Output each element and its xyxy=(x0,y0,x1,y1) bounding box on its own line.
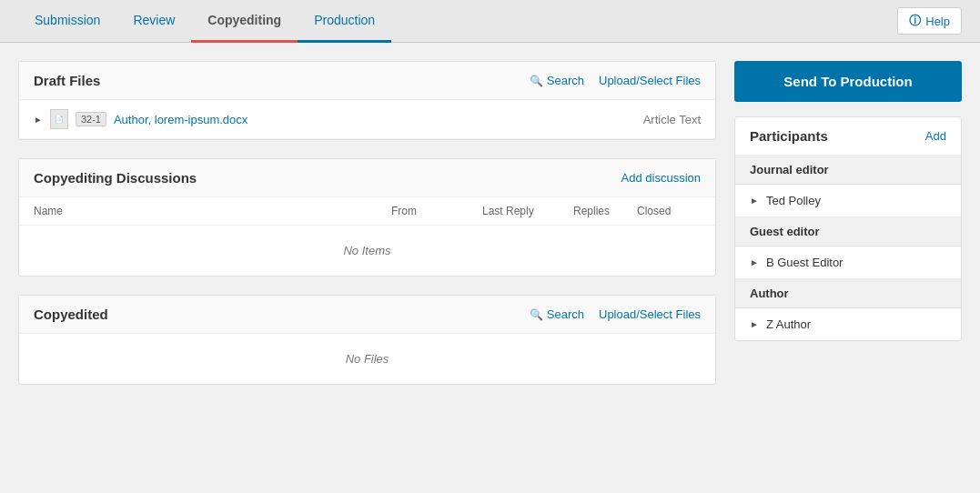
col-name: Name xyxy=(34,205,391,217)
discussions-header: Copyediting Discussions Add discussion xyxy=(19,159,715,197)
copyedited-panel: Copyedited 🔍 Search Upload/Select Files … xyxy=(18,295,716,385)
right-column: Send To Production Participants Add Jour… xyxy=(734,61,962,385)
tab-submission[interactable]: Submission xyxy=(18,0,116,43)
col-from: From xyxy=(391,205,482,217)
draft-files-header: Draft Files 🔍 Search Upload/Select Files xyxy=(19,62,715,100)
draft-files-actions: 🔍 Search Upload/Select Files xyxy=(530,74,701,87)
participants-header: Participants Add xyxy=(735,117,961,156)
copyediting-discussions-panel: Copyediting Discussions Add discussion N… xyxy=(18,158,716,277)
participant-name-2: B Guest Editor xyxy=(766,256,844,269)
draft-files-title: Draft Files xyxy=(34,73,100,88)
draft-file-row: ► 📄 32-1 Author, lorem-ipsum.docx Articl… xyxy=(19,100,715,139)
info-icon: ⓘ xyxy=(909,13,921,29)
copyedited-header: Copyedited 🔍 Search Upload/Select Files xyxy=(19,296,715,334)
draft-files-panel: Draft Files 🔍 Search Upload/Select Files… xyxy=(18,61,716,140)
file-badge: 32-1 xyxy=(76,112,106,126)
top-navigation: Submission Review Copyediting Production… xyxy=(0,0,980,43)
participant-name-1: Ted Polley xyxy=(766,194,821,207)
tab-copyediting[interactable]: Copyediting xyxy=(191,0,298,43)
file-type-label: Article Text xyxy=(643,113,701,126)
tab-review[interactable]: Review xyxy=(116,0,191,43)
main-content: Draft Files 🔍 Search Upload/Select Files… xyxy=(0,43,980,403)
participant-b-guest-editor[interactable]: ► B Guest Editor xyxy=(735,246,961,279)
copyedited-actions: 🔍 Search Upload/Select Files xyxy=(530,307,701,321)
send-to-production-button[interactable]: Send To Production xyxy=(734,61,962,102)
copyedited-search-link[interactable]: 🔍 Search xyxy=(530,307,584,321)
group-author: Author xyxy=(735,279,961,308)
discussions-title: Copyediting Discussions xyxy=(34,170,197,186)
help-button[interactable]: ⓘ Help xyxy=(897,7,962,35)
copyedited-upload-link[interactable]: Upload/Select Files xyxy=(599,307,701,321)
group-journal-editor: Journal editor xyxy=(735,156,961,185)
draft-files-search-link[interactable]: 🔍 Search xyxy=(530,74,584,87)
help-label: Help xyxy=(925,15,950,28)
file-expand-arrow[interactable]: ► xyxy=(34,115,43,125)
discussions-table-header: Name From Last Reply Replies Closed xyxy=(19,197,715,226)
participants-panel: Participants Add Journal editor ► Ted Po… xyxy=(734,116,962,341)
add-discussion-link[interactable]: Add discussion xyxy=(621,171,701,185)
participant-name-3: Z Author xyxy=(766,317,811,331)
col-replies: Replies xyxy=(573,205,637,217)
participant-expand-arrow-1: ► xyxy=(750,196,759,206)
tab-production[interactable]: Production xyxy=(298,0,391,43)
participant-z-author[interactable]: ► Z Author xyxy=(735,308,961,340)
participant-expand-arrow-3: ► xyxy=(750,319,759,329)
left-column: Draft Files 🔍 Search Upload/Select Files… xyxy=(18,61,716,385)
file-name-link[interactable]: Author, lorem-ipsum.docx xyxy=(114,113,248,126)
copyedited-title: Copyedited xyxy=(34,307,108,322)
participant-expand-arrow-2: ► xyxy=(750,257,759,267)
search-icon-2: 🔍 xyxy=(530,308,543,321)
group-guest-editor: Guest editor xyxy=(735,217,961,246)
search-icon: 🔍 xyxy=(530,75,543,87)
add-participant-link[interactable]: Add xyxy=(925,129,946,143)
no-items-label: No Items xyxy=(19,226,715,276)
participants-title: Participants xyxy=(750,128,828,144)
discussions-table: Name From Last Reply Replies Closed No I… xyxy=(19,197,715,276)
file-doc-icon: 📄 xyxy=(50,109,68,129)
draft-files-upload-link[interactable]: Upload/Select Files xyxy=(599,74,701,87)
no-files-label: No Files xyxy=(19,334,715,384)
participant-ted-polley[interactable]: ► Ted Polley xyxy=(735,185,961,217)
col-last-reply: Last Reply xyxy=(482,205,573,217)
col-closed: Closed xyxy=(637,205,701,217)
